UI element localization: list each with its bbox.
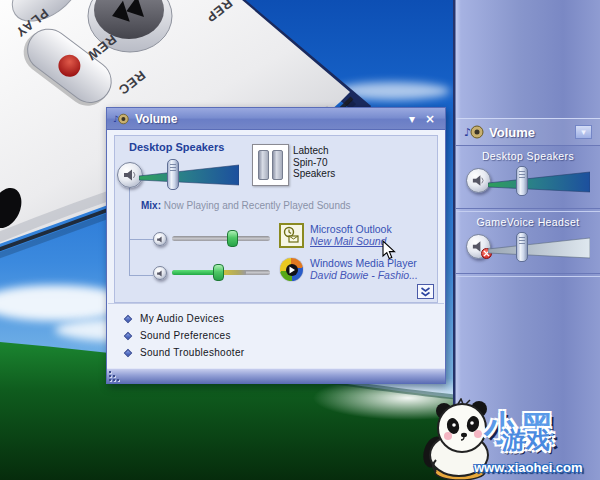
master-slider-thumb[interactable] bbox=[167, 159, 179, 190]
app-name: Windows Media Player bbox=[310, 257, 418, 269]
mix-app-info: Microsoft Outlook New Mail Sound bbox=[310, 223, 392, 247]
desktop: PLAY REW REC REP ♪ Volume ▾ Desktop Spea… bbox=[0, 0, 600, 480]
speaker-icon bbox=[156, 235, 165, 244]
bullet-icon bbox=[124, 331, 132, 339]
connector-line bbox=[129, 188, 130, 276]
app-name: Microsoft Outlook bbox=[310, 223, 392, 235]
sidebar-device-desktop-speakers: Desktop Speakers bbox=[456, 150, 600, 206]
bullet-icon bbox=[124, 314, 132, 322]
link-label: Sound Troubleshooter bbox=[140, 347, 244, 358]
bullet-icon bbox=[124, 348, 132, 356]
sidebar-title: Volume bbox=[489, 125, 575, 140]
titlebar[interactable]: ♪ Volume ▾ × bbox=[107, 108, 445, 130]
watermark-url: www.xiaohei.com bbox=[474, 460, 583, 475]
link-label: My Audio Devices bbox=[140, 313, 224, 324]
svg-text:♪: ♪ bbox=[464, 126, 471, 139]
speaker-note-icon: ♪ bbox=[464, 124, 484, 140]
mixer-panel: Desktop Speakers bbox=[114, 135, 438, 303]
now-playing-text: David Bowie - Fashio... bbox=[310, 269, 418, 281]
watermark-brand-sub: 游戏 bbox=[502, 424, 550, 456]
close-button[interactable]: × bbox=[421, 112, 439, 126]
outlook-icon bbox=[279, 223, 304, 248]
mix-app-info: Windows Media Player David Bowie - Fashi… bbox=[310, 257, 418, 281]
mix-slider-thumb[interactable] bbox=[227, 230, 238, 247]
link-sound-troubleshooter[interactable]: Sound Troubleshooter bbox=[108, 344, 444, 361]
master-device-label: Desktop Speakers bbox=[129, 141, 224, 153]
speaker-tower bbox=[258, 150, 269, 180]
volume-wedge[interactable] bbox=[488, 170, 590, 194]
status-bar bbox=[107, 368, 445, 383]
master-volume-wedge[interactable] bbox=[139, 164, 239, 186]
volume-slider-thumb[interactable] bbox=[516, 166, 528, 196]
link-my-audio-devices[interactable]: My Audio Devices bbox=[108, 310, 444, 327]
sidebar-divider bbox=[456, 273, 600, 277]
sidebar-header[interactable]: ♪ Volume ▾ bbox=[456, 118, 600, 146]
sound-link[interactable]: New Mail Sound bbox=[310, 235, 392, 247]
speaker-model-text: Labtech Spin-70 Speakers bbox=[293, 145, 335, 180]
sidebar-device-gamevoice-headset: GameVoice Headset bbox=[456, 216, 600, 272]
sidebar-divider bbox=[456, 208, 600, 212]
link-list: My Audio Devices Sound Preferences Sound… bbox=[108, 303, 444, 369]
sidebar-collapse-button[interactable]: ▾ bbox=[575, 125, 592, 139]
speaker-icon bbox=[471, 173, 486, 188]
speakers-image bbox=[252, 144, 289, 186]
mouse-cursor bbox=[382, 240, 396, 261]
mix-slider-track[interactable] bbox=[172, 236, 270, 241]
expand-button[interactable] bbox=[417, 284, 434, 299]
connector-line bbox=[129, 275, 153, 276]
mix-slider-thumb[interactable] bbox=[213, 264, 224, 281]
link-label: Sound Preferences bbox=[140, 330, 231, 341]
window-title: Volume bbox=[135, 112, 403, 126]
volume-wedge-muted[interactable] bbox=[488, 236, 590, 260]
site-watermark: 小黑 游戏 www.xiaohei.com bbox=[420, 398, 600, 480]
mix-speaker-knob[interactable] bbox=[153, 232, 167, 246]
collapse-button[interactable]: ▾ bbox=[403, 112, 421, 126]
speaker-icon bbox=[156, 269, 165, 278]
windows-media-player-icon bbox=[280, 258, 303, 281]
mix-slider-fill bbox=[172, 270, 218, 275]
mix-label: Mix: Now Playing and Recently Played Sou… bbox=[141, 200, 351, 211]
connector-line bbox=[129, 239, 153, 240]
double-chevron-down-icon bbox=[420, 287, 431, 297]
speaker-tower bbox=[272, 150, 283, 180]
speaker-icon bbox=[122, 167, 138, 183]
link-sound-preferences[interactable]: Sound Preferences bbox=[108, 327, 444, 344]
volume-slider-thumb[interactable] bbox=[516, 232, 528, 262]
svg-text:♪: ♪ bbox=[113, 114, 119, 124]
mix-speaker-knob[interactable] bbox=[153, 266, 167, 280]
sidebar-device-label: GameVoice Headset bbox=[456, 216, 600, 228]
resize-grip[interactable] bbox=[109, 371, 119, 381]
sidebar-device-label: Desktop Speakers bbox=[456, 150, 600, 162]
speaker-note-icon: ♪ bbox=[113, 112, 129, 126]
